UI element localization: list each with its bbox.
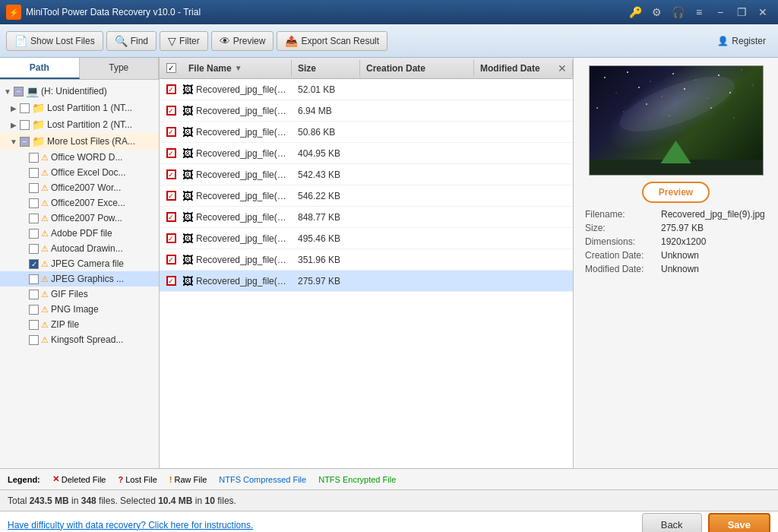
row-checkbox[interactable]: ✓: [166, 276, 176, 286]
folder-lost1-icon: 📁: [32, 102, 45, 114]
row-checkbox[interactable]: ✓: [166, 106, 176, 116]
filter-button[interactable]: ▽ Filter: [160, 31, 208, 51]
file-size: 351.96 KB: [292, 255, 360, 265]
checkbox-more-lost[interactable]: −: [20, 137, 30, 147]
tree-item-zip-file[interactable]: ▶ ⚠ ZIP file: [0, 317, 159, 332]
preview-toolbar-label: Preview: [233, 36, 266, 46]
restore-button[interactable]: ❐: [732, 3, 751, 21]
help-link[interactable]: Have difficulty with data recovery? Clic…: [8, 520, 253, 530]
tree-item-office-excel-doc[interactable]: ▶ ⚠ Office Excel Doc...: [0, 165, 159, 180]
header-size[interactable]: Size: [292, 60, 360, 77]
tree-item-office2007-wor[interactable]: ▶ ⚠ Office2007 Wor...: [0, 180, 159, 195]
tree-item-office2007-pow[interactable]: ▶ ⚠ Office2007 Pow...: [0, 211, 159, 226]
checkbox-office-excel-doc[interactable]: [29, 168, 39, 178]
back-button[interactable]: Back: [642, 513, 702, 532]
row-checkbox[interactable]: ✓: [166, 191, 176, 201]
tree-label-adobe-pdf: Adobe PDF file: [51, 228, 112, 239]
file-row[interactable]: ✓ 🖼 Recovered_jpg_file(7).jpg 495.46 KB: [160, 228, 573, 249]
export-scan-button[interactable]: 📤 Export Scan Result: [277, 31, 387, 51]
checkbox-office2007-exc[interactable]: [29, 198, 39, 208]
checkbox-kingsoft[interactable]: [29, 335, 39, 345]
size-value: 275.97 KB: [661, 223, 767, 233]
checkbox-gif-files[interactable]: [29, 290, 39, 299]
tree-item-jpeg-camera[interactable]: ▶ ✓ ⚠ JPEG Camera file: [0, 256, 159, 271]
titlebar-left: ⚡ MiniTool Power Data Recovery v10.0 - T…: [6, 5, 201, 20]
file-name: Recovered_jpg_file(2).jpg: [196, 127, 292, 138]
row-checkbox[interactable]: ✓: [166, 233, 176, 243]
register-button[interactable]: 👤 Register: [711, 33, 772, 49]
logo-icon: ⚡: [9, 8, 18, 17]
tab-path[interactable]: Path: [0, 58, 80, 79]
row-checkbox[interactable]: ✓: [166, 127, 176, 137]
checkbox-office2007-pow[interactable]: [29, 214, 39, 223]
checkbox-lost1[interactable]: [20, 103, 30, 113]
expand-lost1-icon: ▶: [9, 103, 18, 112]
checkbox-root[interactable]: −: [14, 87, 24, 97]
row-checkbox[interactable]: ✓: [166, 255, 176, 264]
row-checkbox[interactable]: ✓: [166, 169, 176, 179]
tree-item-lost1[interactable]: ▶ 📁 Lost Partition 1 (NT...: [0, 100, 159, 116]
svg-point-7: [615, 93, 616, 93]
row-checkbox[interactable]: ✓: [166, 148, 176, 158]
checkbox-png-image[interactable]: [29, 305, 39, 315]
tree-item-gif-files[interactable]: ▶ ⚠ GIF Files: [0, 287, 159, 302]
show-lost-files-button[interactable]: 📄 Show Lost Files: [6, 31, 103, 51]
tree-item-office2007-exc[interactable]: ▶ ⚠ Office2007 Exce...: [0, 195, 159, 211]
close-button[interactable]: ✕: [754, 3, 772, 21]
checkbox-zip-file[interactable]: [29, 320, 39, 330]
svg-point-8: [638, 87, 640, 88]
menu-icon[interactable]: ≡: [690, 3, 708, 21]
checkbox-adobe-pdf[interactable]: [29, 229, 39, 239]
tree-label-office2007-exc: Office2007 Exce...: [51, 198, 125, 208]
checkbox-lost2[interactable]: [20, 120, 30, 130]
save-button[interactable]: Save: [708, 513, 770, 532]
file-row[interactable]: ✓ 🖼 Recovered_jpg_file(1).jpg 52.01 KB: [160, 79, 573, 100]
file-row[interactable]: ✓ 🖼 Recovered_jpg_file(8).jpg 351.96 KB: [160, 249, 573, 271]
checkbox-office2007-wor[interactable]: [29, 183, 39, 193]
close-panel-button[interactable]: ✕: [555, 61, 570, 76]
expand-lost2-icon: ▶: [9, 120, 18, 129]
file-size: 546.22 KB: [292, 191, 360, 201]
preview-toolbar-button[interactable]: 👁 Preview: [211, 31, 274, 51]
tree-item-office-word[interactable]: ▶ ⚠ Office WORD D...: [0, 150, 159, 165]
warn-jpeg-graphics-icon: ⚠: [41, 274, 49, 284]
file-row[interactable]: ✓ 🖼 Recovered_jpg_file(6).jpg 848.77 KB: [160, 207, 573, 228]
row-checkbox-cell: ✓: [160, 127, 182, 137]
file-row[interactable]: ✓ 🖼 Recovered_jpg_file(9).jpg 275.97 KB: [160, 271, 573, 292]
header-cdate[interactable]: Creation Date: [360, 60, 474, 77]
file-list-header: ✓ File Name ▼ Size Creation Date Modifie…: [160, 58, 573, 79]
key-icon[interactable]: 🔑: [626, 3, 644, 21]
tree-item-more-lost[interactable]: ▼ − 📁 More Lost Files (RA...: [0, 133, 159, 150]
file-list-body: ✓ 🖼 Recovered_jpg_file(1).jpg 52.01 KB ✓…: [160, 79, 573, 468]
folder-lost2-icon: 📁: [32, 119, 45, 131]
legend-ntfs-encrypted: NTFS Encrypted File: [318, 475, 396, 484]
checkbox-office-word[interactable]: [29, 153, 39, 163]
file-row[interactable]: ✓ 🖼 Recovered_jpg_file(10).jpg 6.94 MB: [160, 100, 573, 122]
tree-item-root[interactable]: ▼ − 💻 (H: Unidentified): [0, 83, 159, 100]
tree-item-adobe-pdf[interactable]: ▶ ⚠ Adobe PDF file: [0, 226, 159, 241]
tree-item-kingsoft[interactable]: ▶ ⚠ Kingsoft Spread...: [0, 332, 159, 347]
file-row[interactable]: ✓ 🖼 Recovered_jpg_file(5).jpg 546.22 KB: [160, 185, 573, 207]
tree-item-autocad[interactable]: ▶ ⚠ Autocad Drawin...: [0, 241, 159, 256]
row-checkbox[interactable]: ✓: [166, 212, 176, 222]
checkbox-jpeg-camera[interactable]: ✓: [29, 259, 39, 269]
settings-icon[interactable]: ⚙: [647, 3, 666, 21]
checkbox-autocad[interactable]: [29, 244, 39, 254]
file-row[interactable]: ✓ 🖼 Recovered_jpg_file(4).jpg 542.43 KB: [160, 164, 573, 185]
app-logo: ⚡: [6, 5, 21, 20]
file-row[interactable]: ✓ 🖼 Recovered_jpg_file(2).jpg 50.86 KB: [160, 122, 573, 143]
tree-item-lost2[interactable]: ▶ 📁 Lost Partition 2 (NT...: [0, 116, 159, 133]
checkbox-jpeg-graphics[interactable]: [29, 274, 39, 284]
find-button[interactable]: 🔍 Find: [106, 31, 157, 51]
headset-icon[interactable]: 🎧: [669, 3, 687, 21]
header-checkbox[interactable]: ✓: [166, 63, 176, 73]
tree-item-jpeg-graphics[interactable]: ▶ ⚠ JPEG Graphics ...: [0, 271, 159, 287]
tab-type[interactable]: Type: [80, 58, 160, 79]
file-row[interactable]: ✓ 🖼 Recovered_jpg_file(3).jpg 404.95 KB: [160, 143, 573, 164]
minimize-button[interactable]: −: [711, 3, 729, 21]
file-type-icon: 🖼: [182, 126, 193, 138]
header-filename[interactable]: File Name ▼: [182, 60, 292, 77]
preview-button[interactable]: Preview: [642, 182, 710, 203]
row-checkbox[interactable]: ✓: [166, 84, 176, 94]
tree-item-png-image[interactable]: ▶ ⚠ PNG Image: [0, 302, 159, 317]
